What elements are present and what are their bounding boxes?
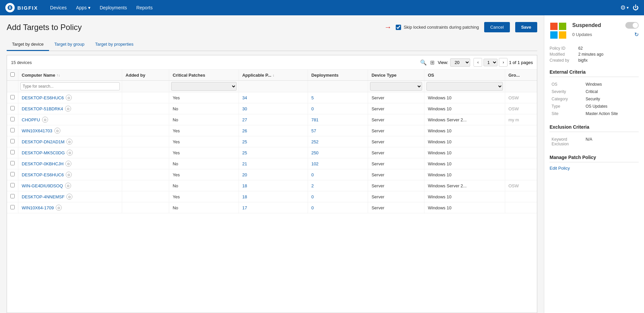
row-info-icon[interactable]: ⊙ [66, 194, 72, 200]
deployments-link[interactable]: 5 [311, 95, 314, 100]
sort-icon-applicable[interactable]: ↓ [273, 73, 275, 77]
row-info-icon[interactable]: ⊙ [66, 139, 72, 145]
applicable-link[interactable]: 18 [242, 183, 247, 188]
computer-name-search[interactable] [20, 82, 120, 90]
row-info-icon[interactable]: ⊙ [56, 205, 62, 211]
row-checkbox[interactable] [10, 205, 15, 209]
next-page-button[interactable]: › [499, 58, 508, 67]
computer-name-link[interactable]: DESKTOP-4NNEMSF ⊙ [22, 194, 118, 200]
row-checkbox-cell[interactable] [7, 158, 18, 169]
row-info-icon[interactable]: ⊙ [65, 183, 71, 189]
refresh-icon[interactable]: ↻ [634, 31, 639, 38]
applicable-link[interactable]: 30 [242, 106, 247, 111]
row-checkbox[interactable] [10, 183, 15, 187]
save-button[interactable]: Save [515, 22, 537, 32]
row-info-icon[interactable]: ⊙ [65, 161, 71, 167]
computer-name-link[interactable]: WIN10X64-1709 ⊙ [22, 205, 118, 211]
nav-devices[interactable]: Devices [46, 3, 71, 12]
deployments-link[interactable]: 2 [311, 183, 314, 188]
applicable-link[interactable]: 34 [242, 95, 247, 100]
row-info-icon[interactable]: ⊙ [54, 128, 60, 134]
row-info-icon[interactable]: ⊙ [66, 95, 72, 101]
prev-page-button[interactable]: ‹ [473, 58, 482, 67]
deployments-link[interactable]: 0 [311, 172, 314, 177]
select-all-header[interactable] [7, 70, 18, 81]
row-checkbox-cell[interactable] [7, 114, 18, 125]
deployments-link[interactable]: 0 [311, 205, 314, 210]
select-all-checkbox[interactable] [10, 72, 15, 77]
row-info-icon[interactable]: ⊙ [67, 150, 73, 156]
computer-name-link[interactable]: DESKTOP-51BDRK4 ⊙ [22, 106, 118, 112]
row-checkbox-cell[interactable] [7, 180, 18, 191]
applicable-link[interactable]: 21 [242, 161, 247, 166]
deployments-link[interactable]: 0 [311, 106, 314, 111]
logo[interactable]: B BIGFIX [5, 3, 38, 12]
row-checkbox-cell[interactable] [7, 169, 18, 180]
deployments-link[interactable]: 57 [311, 128, 316, 133]
svg-rect-3 [559, 23, 566, 30]
row-checkbox-cell[interactable] [7, 92, 18, 103]
row-checkbox[interactable] [10, 139, 15, 143]
device-type-filter[interactable] [370, 82, 422, 91]
computer-name-link[interactable]: WIN-GE4DIU9DSOQ ⊙ [22, 183, 118, 189]
horizontal-scrollbar[interactable] [7, 309, 537, 313]
row-checkbox-cell[interactable] [7, 136, 18, 147]
search-icon[interactable]: 🔍 [420, 59, 427, 66]
computer-name-link[interactable]: DESKTOP-DN2AD1M ⊙ [22, 139, 118, 145]
deployments-link[interactable]: 781 [311, 117, 319, 122]
row-checkbox[interactable] [10, 106, 15, 110]
row-checkbox-cell[interactable] [7, 103, 18, 114]
computer-name-link[interactable]: WIN10X641703 ⊙ [22, 128, 118, 134]
row-checkbox[interactable] [10, 95, 15, 99]
applicable-link[interactable]: 18 [242, 194, 247, 199]
nav-reports[interactable]: Reports [132, 3, 156, 12]
deployments-link[interactable]: 250 [311, 150, 319, 155]
tab-target-by-group[interactable]: Target by group [49, 38, 90, 51]
view-select[interactable]: 20 50 100 [450, 58, 470, 67]
suspended-toggle[interactable] [625, 22, 639, 29]
computer-name-link[interactable]: DESKTOP-ES6HUC6 ⊙ [22, 95, 118, 101]
row-checkbox[interactable] [10, 150, 15, 154]
settings-button[interactable]: ⚙ ▾ [620, 4, 629, 11]
row-checkbox-cell[interactable] [7, 191, 18, 202]
row-checkbox[interactable] [10, 117, 15, 121]
critical-filter[interactable] [171, 82, 237, 91]
nav-apps[interactable]: Apps ▾ [72, 3, 94, 12]
page-number-select[interactable]: 1 [484, 59, 498, 66]
applicable-link[interactable]: 17 [242, 205, 247, 210]
row-checkbox[interactable] [10, 172, 15, 176]
tab-target-by-device[interactable]: Target by device [7, 38, 49, 51]
applicable-link[interactable]: 20 [242, 172, 247, 177]
deployments-link[interactable]: 252 [311, 139, 319, 144]
table-scroll[interactable]: Computer Name ↑↓ Added by Critical Patch… [7, 70, 537, 309]
row-applicable: 21 [239, 158, 308, 169]
deployments-link[interactable]: 0 [311, 194, 314, 199]
os-filter[interactable] [426, 82, 503, 91]
row-checkbox-cell[interactable] [7, 125, 18, 136]
row-checkbox[interactable] [10, 128, 15, 132]
applicable-link[interactable]: 25 [242, 139, 247, 144]
power-button[interactable]: ⏻ [633, 4, 639, 11]
row-checkbox[interactable] [10, 194, 15, 198]
row-checkbox-cell[interactable] [7, 147, 18, 158]
tab-target-by-properties[interactable]: Target by properties [90, 38, 139, 51]
applicable-link[interactable]: 27 [242, 117, 247, 122]
row-info-icon[interactable]: ⊙ [66, 172, 72, 178]
skip-locked-checkbox[interactable] [396, 25, 401, 30]
row-checkbox[interactable] [10, 161, 15, 165]
applicable-link[interactable]: 26 [242, 128, 247, 133]
deployments-link[interactable]: 102 [311, 161, 319, 166]
nav-deployments[interactable]: Deployments [96, 3, 131, 12]
edit-policy-link[interactable]: Edit Policy [550, 166, 570, 171]
columns-icon[interactable]: ⊞ [430, 59, 434, 66]
applicable-link[interactable]: 25 [242, 150, 247, 155]
computer-name-link[interactable]: DESKTOP-MK5C0DG ⊙ [22, 150, 118, 156]
computer-name-link[interactable]: DESKTOP-ES6HUC6 ⊙ [22, 172, 118, 178]
row-info-icon[interactable]: ⊙ [65, 106, 71, 112]
computer-name-link[interactable]: CHOPFU ⊙ [22, 117, 118, 123]
sort-icon[interactable]: ↑↓ [56, 73, 60, 77]
computer-name-link[interactable]: DESKTOP-0KBHCJH ⊙ [22, 161, 118, 167]
cancel-button[interactable]: Cancel [484, 22, 510, 32]
row-checkbox-cell[interactable] [7, 202, 18, 213]
row-info-icon[interactable]: ⊙ [42, 117, 48, 123]
